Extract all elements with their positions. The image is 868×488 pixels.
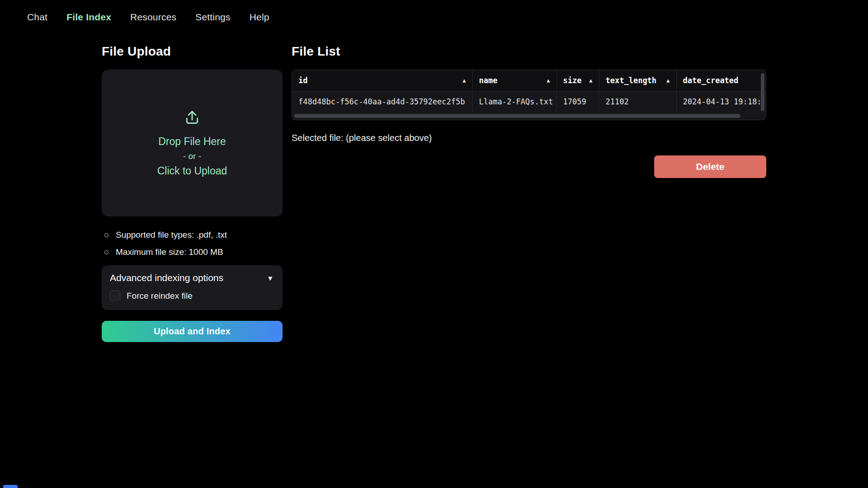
cell-name[interactable]: Llama-2-FAQs.txt — [472, 91, 557, 112]
chevron-down-icon[interactable]: ▼ — [267, 274, 274, 282]
note-supported-types: Supported file types: .pdf, .txt — [104, 230, 283, 240]
upload-icon — [184, 109, 200, 127]
column-header-id[interactable]: id▲ — [292, 70, 472, 91]
horizontal-scrollbar-thumb[interactable] — [294, 114, 741, 118]
table-header-row: id▲ name▲ size▲ text_length▲ date_create — [292, 70, 766, 91]
file-upload-panel: File Upload Drop File Here - or - Click … — [102, 44, 283, 342]
cell-text-length[interactable]: 21102 — [599, 91, 676, 112]
bullet-icon — [104, 250, 108, 254]
top-nav: Chat File Index Resources Settings Help — [0, 0, 868, 23]
tab-chat[interactable]: Chat — [27, 12, 47, 23]
file-table-container: id▲ name▲ size▲ text_length▲ date_create — [292, 70, 766, 120]
vertical-scrollbar-thumb[interactable] — [761, 73, 764, 111]
force-reindex-label: Force reindex file — [127, 291, 193, 301]
upload-notes: Supported file types: .pdf, .txt Maximum… — [104, 230, 283, 257]
cell-date-created[interactable]: 2024-04-13 19:18: — [676, 91, 766, 112]
file-dropzone[interactable]: Drop File Here - or - Click to Upload — [102, 70, 283, 216]
column-label: id — [298, 76, 307, 85]
upload-and-index-button[interactable]: Upload and Index — [102, 321, 283, 342]
column-header-size[interactable]: size▲ — [557, 70, 599, 91]
table-row[interactable]: f48d48bc-f56c-40aa-ad4d-35792eec2f5b Lla… — [292, 91, 766, 112]
cell-size[interactable]: 17059 — [557, 91, 599, 112]
tab-resources[interactable]: Resources — [130, 12, 176, 23]
column-label: text_length — [606, 76, 657, 85]
sort-arrow-icon[interactable]: ▲ — [462, 77, 466, 84]
delete-button[interactable]: Delete — [654, 155, 766, 178]
bullet-icon — [104, 233, 108, 237]
main-content: File Upload Drop File Here - or - Click … — [0, 23, 868, 342]
file-upload-title: File Upload — [102, 44, 283, 59]
column-header-text-length[interactable]: text_length▲ — [599, 70, 676, 91]
bottom-edge-indicator — [3, 485, 18, 488]
note-text: Supported file types: .pdf, .txt — [116, 230, 227, 240]
dropzone-text: Drop File Here — [158, 136, 226, 148]
column-label: name — [479, 76, 498, 85]
sort-arrow-icon[interactable]: ▲ — [547, 77, 550, 84]
accordion-header[interactable]: Advanced indexing options ▼ — [110, 272, 274, 283]
force-reindex-row[interactable]: Force reindex file — [110, 291, 274, 301]
note-text: Maximum file size: 1000 MB — [116, 247, 223, 257]
accordion-title: Advanced indexing options — [110, 272, 223, 283]
tab-help[interactable]: Help — [250, 12, 269, 23]
column-header-name[interactable]: name▲ — [472, 70, 557, 91]
column-label: size — [563, 76, 582, 85]
dropzone-or-text: - or - — [183, 151, 201, 161]
tab-file-index[interactable]: File Index — [66, 12, 111, 23]
column-header-date-created[interactable]: date_created — [676, 70, 766, 91]
cell-id[interactable]: f48d48bc-f56c-40aa-ad4d-35792eec2f5b — [292, 91, 472, 112]
sort-arrow-icon[interactable]: ▲ — [666, 77, 670, 84]
file-list-panel: File List id▲ name▲ size▲ — [292, 44, 766, 178]
horizontal-scrollbar-track[interactable] — [292, 112, 766, 120]
selected-file-status: Selected file: (please select above) — [292, 133, 766, 143]
note-max-size: Maximum file size: 1000 MB — [104, 247, 283, 257]
file-table: id▲ name▲ size▲ text_length▲ date_create — [292, 70, 766, 112]
tab-settings[interactable]: Settings — [195, 12, 230, 23]
file-list-title: File List — [292, 44, 766, 59]
sort-arrow-icon[interactable]: ▲ — [589, 77, 592, 84]
column-label: date_created — [683, 76, 739, 85]
advanced-options-accordion: Advanced indexing options ▼ Force reinde… — [102, 265, 283, 310]
click-to-upload-link[interactable]: Click to Upload — [157, 165, 227, 177]
force-reindex-checkbox[interactable] — [110, 291, 120, 301]
